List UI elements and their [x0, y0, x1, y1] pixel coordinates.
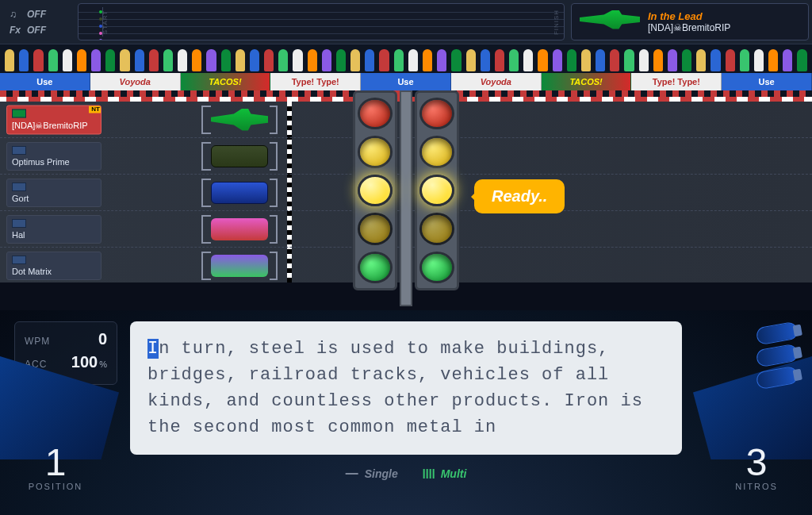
- spectator: [293, 49, 302, 71]
- ad-board: Use: [0, 73, 90, 90]
- player-tag[interactable]: Dot Matrix: [6, 252, 102, 280]
- bulb-green-icon: [358, 252, 393, 283]
- ad-board: Voyoda: [90, 73, 181, 90]
- ad-boards: UseVoyodaTACOS!Type! Type!UseVoyodaTACOS…: [0, 73, 812, 90]
- car-icon: [211, 145, 268, 167]
- flag-icon: [12, 146, 26, 155]
- dashboard: WPM 0 ACC 100% In turn, steel is used to…: [0, 310, 812, 515]
- music-status: OFF: [27, 9, 46, 20]
- player-name: Gort: [12, 194, 94, 203]
- fx-icon: Fx: [10, 25, 21, 36]
- minimap: START FINISH: [78, 3, 565, 40]
- spectator: [509, 49, 519, 71]
- position-indicator: 1 POSITION: [8, 444, 103, 491]
- bulb-yellow-lit-icon: [419, 175, 454, 206]
- spectator: [379, 49, 389, 71]
- ad-board: Use: [722, 73, 812, 90]
- spectator: [553, 49, 562, 71]
- traffic-light: [343, 90, 469, 290]
- spectator: [466, 49, 476, 71]
- player-tag[interactable]: Hal: [6, 215, 102, 244]
- typing-input[interactable]: In turn, steel is used to make buildings…: [130, 321, 682, 455]
- spectator: [437, 49, 446, 71]
- bulb-green-icon: [419, 252, 454, 283]
- spectator: [523, 49, 533, 71]
- mode-single[interactable]: Single: [346, 467, 398, 480]
- single-mode-icon: [346, 473, 358, 475]
- spectator: [495, 49, 504, 71]
- spectator: [408, 49, 418, 71]
- spectator: [610, 49, 619, 71]
- player-name: Hal: [12, 230, 94, 240]
- music-toggle[interactable]: ♫ OFF: [10, 9, 65, 20]
- spectator: [77, 49, 86, 71]
- spectator: [48, 49, 58, 71]
- spectator: [33, 49, 43, 71]
- player-name: [NDA]☠BremitoRIP: [12, 120, 94, 130]
- spectator: [365, 49, 374, 71]
- bulb-yellow-icon: [358, 136, 393, 167]
- mode-single-label: Single: [365, 467, 398, 480]
- acc-value: 100: [71, 353, 98, 371]
- bulb-yellow-dim-icon: [358, 213, 393, 244]
- player-name: Dot Matrix: [12, 267, 94, 276]
- wpm-value: 0: [98, 330, 107, 348]
- spectator: [350, 49, 360, 71]
- spectator: [451, 49, 461, 71]
- music-icon: ♫: [10, 9, 21, 20]
- top-bar: ♫ OFF Fx OFF START FINISH In the Lead [N…: [0, 0, 812, 44]
- spectator: [653, 49, 663, 71]
- ad-board: Type! Type!: [631, 73, 722, 90]
- lead-player-name: [NDA]☠BremitoRIP: [648, 22, 730, 33]
- ad-board: Type! Type!: [270, 73, 361, 90]
- spectator: [797, 49, 806, 71]
- spectator: [5, 49, 14, 71]
- spectator: [624, 49, 634, 71]
- flag-icon: [12, 109, 26, 117]
- spectator: [336, 49, 346, 71]
- fx-toggle[interactable]: Fx OFF: [10, 25, 65, 36]
- spectator: [105, 49, 115, 71]
- lead-title: In the Lead: [648, 10, 730, 22]
- mode-multi[interactable]: Multi: [423, 467, 467, 480]
- spectator: [682, 49, 691, 71]
- spectator: [149, 49, 159, 71]
- spectator: [754, 49, 764, 71]
- minimap-finish-label: FINISH: [552, 9, 559, 34]
- ad-board: TACOS!: [542, 73, 632, 90]
- spectator: [783, 49, 792, 71]
- spectator: [135, 49, 144, 71]
- spectator: [639, 49, 649, 71]
- spectator: [423, 49, 432, 71]
- nitros-label: NITROS: [709, 482, 804, 491]
- spectator: [726, 49, 735, 71]
- spectator: [567, 49, 576, 71]
- flag-icon: [12, 183, 26, 191]
- ad-board: Use: [361, 73, 451, 90]
- car-icon: [211, 182, 268, 204]
- spectator: [710, 49, 720, 71]
- player-tag[interactable]: Optimus Prime: [6, 142, 102, 171]
- nitro-icon: [755, 321, 799, 346]
- bulb-yellow-icon: [419, 136, 454, 167]
- race-track: [NDA]☠BremitoRIPNTOptimus PrimeGortHalDo…: [0, 97, 812, 282]
- spectator: [120, 49, 129, 71]
- spectator: [278, 49, 288, 71]
- spectator: [221, 49, 231, 71]
- spectator: [581, 49, 591, 71]
- spectator: [322, 49, 331, 71]
- spectator: [264, 49, 274, 71]
- typing-cursor: I: [147, 339, 159, 359]
- acc-unit: %: [99, 359, 107, 369]
- mode-multi-label: Multi: [441, 467, 467, 480]
- spectator: [206, 49, 216, 71]
- status-bubble: Ready..: [474, 179, 565, 213]
- lead-car-icon: [580, 10, 640, 34]
- ad-board: Voyoda: [451, 73, 542, 90]
- player-tag-me[interactable]: [NDA]☠BremitoRIPNT: [6, 105, 102, 134]
- position-label: POSITION: [8, 482, 103, 491]
- player-tag[interactable]: Gort: [6, 179, 102, 207]
- position-value: 1: [8, 444, 103, 482]
- bulb-yellow-dim-icon: [419, 213, 454, 244]
- nt-badge: NT: [89, 105, 102, 113]
